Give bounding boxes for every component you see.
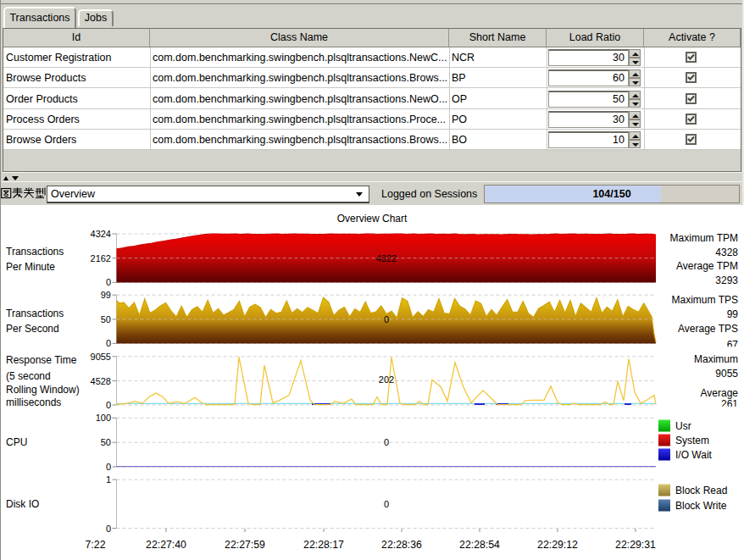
svg-text:0: 0 [106,524,111,534]
svg-text:0: 0 [384,499,389,509]
svg-text:System: System [675,435,709,446]
svg-text:7:22: 7:22 [86,539,106,551]
svg-text:Block Read: Block Read [675,485,727,496]
svg-text:1: 1 [106,474,111,485]
svg-text:milliseconds: milliseconds [6,396,61,408]
svg-text:Maximum: Maximum [694,353,738,365]
svg-text:Maximum TPS: Maximum TPS [672,294,738,306]
svg-text:202: 202 [379,374,394,385]
svg-text:0: 0 [106,277,111,287]
svg-text:50: 50 [101,437,111,447]
svg-text:Average TPM: Average TPM [676,260,738,272]
svg-text:Average TPS: Average TPS [678,323,738,335]
svg-text:0: 0 [106,338,111,348]
svg-text:Rolling Window): Rolling Window) [6,384,80,396]
svg-text:3293: 3293 [715,274,738,286]
svg-text:4528: 4528 [91,376,111,386]
svg-text:4322: 4322 [376,253,397,263]
svg-text:22:29:31: 22:29:31 [615,539,656,551]
svg-text:9055: 9055 [91,352,111,362]
svg-text:Block Write: Block Write [675,500,727,512]
svg-text:9055: 9055 [715,368,738,380]
svg-text:I/O Wait: I/O Wait [675,449,713,461]
svg-text:22:29:12: 22:29:12 [537,539,578,551]
svg-text:4328: 4328 [715,247,738,258]
svg-text:22:27:59: 22:27:59 [225,539,265,551]
svg-text:Transactions: Transactions [6,246,64,258]
svg-text:(5 second: (5 second [6,370,51,382]
svg-text:2162: 2162 [91,253,111,263]
svg-text:100: 100 [96,413,111,423]
svg-text:Maximum TPM: Maximum TPM [670,232,738,244]
svg-text:22:28:54: 22:28:54 [459,539,500,551]
svg-text:22:28:36: 22:28:36 [381,539,422,551]
svg-text:0: 0 [106,462,111,472]
svg-text:Overview Chart: Overview Chart [337,213,408,225]
svg-text:Average: Average [701,387,739,399]
svg-text:22:28:17: 22:28:17 [303,539,344,551]
svg-text:4324: 4324 [91,229,111,239]
svg-text:Transactions: Transactions [6,308,64,319]
svg-text:Response Time: Response Time [6,354,77,366]
svg-text:Usr: Usr [675,420,691,432]
svg-text:Disk IO: Disk IO [6,498,39,510]
svg-text:Per Second: Per Second [6,323,59,335]
svg-text:99: 99 [101,290,111,300]
svg-text:Per Minute: Per Minute [6,261,55,273]
svg-text:99: 99 [727,308,739,320]
svg-text:50: 50 [101,314,111,324]
svg-text:0: 0 [384,437,389,447]
svg-text:CPU: CPU [6,436,27,448]
svg-text:0: 0 [106,400,111,410]
svg-text:22:27:40: 22:27:40 [146,539,186,551]
svg-text:0: 0 [384,314,389,324]
